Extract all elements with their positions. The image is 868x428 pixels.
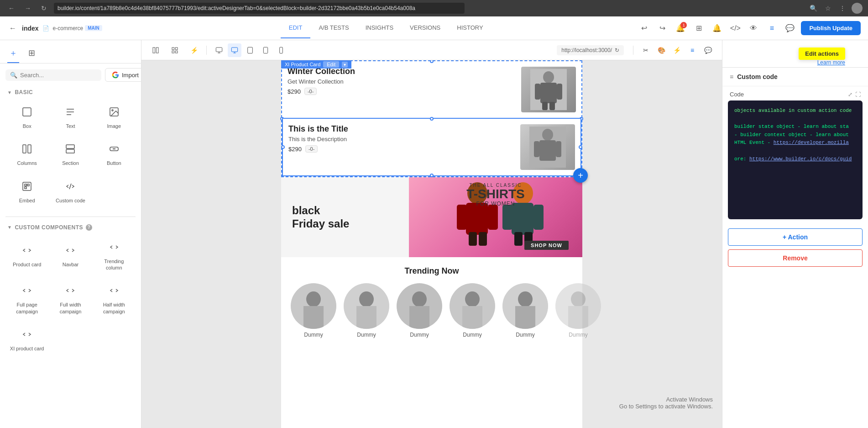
tab-insights[interactable]: INSIGHTS — [357, 18, 402, 38]
viewport-desktop[interactable] — [228, 43, 241, 57]
trending-item-5: Dummy — [500, 283, 550, 338]
preview-btn[interactable]: 👁 — [746, 21, 761, 36]
svg-point-51 — [412, 291, 427, 307]
sidebar-tab-layers[interactable]: ⊞ — [26, 44, 37, 63]
inner-top-handle[interactable] — [430, 117, 434, 121]
action-btn[interactable]: + Action — [728, 228, 863, 246]
component-xi-product-card[interactable]: XI product card — [5, 321, 48, 357]
undo-btn[interactable]: ↩ — [637, 21, 651, 36]
lightning-btn[interactable]: ⚡ — [670, 43, 684, 57]
inner-right-handle[interactable] — [579, 145, 582, 149]
svg-rect-55 — [462, 306, 482, 329]
component-half-width-campaign[interactable]: Half width campaign — [93, 277, 136, 320]
button-label: Button — [107, 160, 121, 166]
svg-point-57 — [518, 291, 533, 307]
canvas-scroll[interactable]: XI Product Card Edit ▾ WInter Collection… — [141, 60, 722, 428]
mdn-link[interactable]: https://developer.mozilla — [774, 140, 849, 145]
code-btn[interactable]: </> — [728, 21, 743, 36]
app-header: ← index 📄 e-commerce MAIN EDIT A/B TESTS… — [0, 16, 868, 40]
browser-refresh-btn[interactable]: ↻ — [38, 4, 49, 13]
component-navbar[interactable]: Navbar — [49, 233, 92, 277]
browser-bookmark-btn[interactable]: ☆ — [822, 3, 833, 14]
search-icon: 🔍 — [10, 72, 17, 79]
trending-item-3: Dummy — [394, 283, 444, 338]
custom-code-icon — [62, 178, 78, 195]
viewport-tablet[interactable] — [243, 43, 257, 57]
tab-history[interactable]: HISTORY — [449, 18, 491, 38]
svg-rect-4 — [28, 145, 31, 153]
tab-ab-tests[interactable]: A/B TESTS — [310, 18, 357, 38]
code-editor[interactable]: objects available in custom action code … — [728, 100, 863, 219]
component-trending-column[interactable]: Trending column — [93, 233, 136, 277]
style-btn[interactable]: 🎨 — [654, 43, 668, 57]
svg-rect-6 — [66, 149, 74, 153]
shop-now-btn[interactable]: SHOP NOW — [524, 241, 569, 250]
component-custom-code[interactable]: Custom code — [49, 173, 92, 209]
code-expand-btn[interactable]: ⤢ — [848, 91, 852, 98]
learn-more-link[interactable]: Learn more — [817, 59, 845, 66]
browser-forward-btn[interactable]: → — [22, 4, 34, 13]
component-image[interactable]: Image — [93, 98, 136, 135]
code-fullscreen-btn[interactable]: ⛶ — [855, 91, 861, 98]
builder-docs-link[interactable]: https://www.builder.io/c/docs/guid — [749, 156, 852, 162]
component-button[interactable]: Button — [93, 135, 136, 172]
import-btn[interactable]: Import — [105, 68, 141, 82]
component-columns[interactable]: Columns — [5, 135, 48, 172]
scissors-btn[interactable]: ✂ — [639, 43, 653, 57]
viewport-desktop-wide[interactable] — [212, 43, 226, 57]
right-panel-tooltip-area: Edit actions Learn more — [722, 40, 868, 68]
product-card-edit-btn[interactable]: Edit — [323, 61, 339, 68]
title-card-desc: This is the Description — [288, 136, 515, 143]
component-product-card[interactable]: Product card — [5, 233, 48, 277]
google-icon — [112, 71, 119, 79]
tab-versions[interactable]: VERSIONS — [402, 18, 449, 38]
component-full-width-campaign[interactable]: Full width campaign — [49, 277, 92, 320]
add-element-btn[interactable]: + — [573, 168, 588, 183]
breakpoints-btn[interactable]: ⊞ — [691, 21, 706, 36]
browser-search-btn[interactable]: 🔍 — [808, 3, 819, 14]
product-card-dropdown-btn[interactable]: ▾ — [342, 62, 348, 68]
right-panel: Edit actions Learn more ≡ Custom code Co… — [722, 40, 868, 428]
canvas-chat-btn[interactable]: 💬 — [701, 43, 715, 57]
title-card-counter: -0- — [305, 145, 318, 153]
remove-btn[interactable]: Remove — [728, 249, 863, 267]
campaign-img-area: THE ALL CLASSIC T-SHIRTS FOR WOMEN — [409, 177, 582, 257]
code-line-5: HTML Event - https://developer.mozilla — [734, 139, 856, 147]
code-header-btns: ⤢ ⛶ — [848, 91, 861, 98]
grid-btn[interactable] — [168, 43, 182, 57]
search-input[interactable] — [20, 72, 97, 79]
bell-btn[interactable]: 🔔 — [710, 21, 724, 36]
data-bind-btn[interactable]: ≡ — [685, 43, 699, 57]
tab-edit[interactable]: EDIT — [281, 18, 311, 38]
sidebar-tab-add[interactable]: ＋ — [7, 44, 19, 63]
canvas-url-bar[interactable]: http://localhost:3000/ ↻ — [557, 45, 624, 55]
header-back-btn[interactable]: ← — [7, 22, 18, 34]
svg-rect-12 — [175, 48, 178, 50]
redo-btn[interactable]: ↪ — [655, 21, 669, 36]
magic-btn[interactable]: ⚡ — [187, 43, 201, 57]
trending-img-3 — [397, 283, 442, 329]
browser-back-btn[interactable]: ← — [5, 4, 17, 13]
svg-rect-18 — [263, 47, 267, 53]
product-card-title-info: This is the Title This is the Descriptio… — [288, 124, 515, 170]
viewport-mobile[interactable] — [274, 43, 288, 57]
panel-toggle-btn[interactable] — [149, 43, 162, 57]
publish-btn[interactable]: Publish Update — [801, 21, 861, 35]
inner-bottom-handle[interactable] — [430, 174, 434, 177]
component-full-page-campaign[interactable]: Full page campaign — [5, 277, 48, 320]
browser-more-btn[interactable]: ⋮ — [837, 3, 848, 14]
code-section-header: Code ⤢ ⛶ — [722, 86, 868, 100]
component-box[interactable]: Box — [5, 98, 48, 135]
browser-url-input[interactable] — [54, 3, 465, 14]
inner-left-handle[interactable] — [281, 145, 285, 149]
viewport-mobile-lg[interactable] — [259, 43, 272, 57]
component-section[interactable]: Section — [49, 135, 92, 172]
component-text[interactable]: Text — [49, 98, 92, 135]
component-embed[interactable]: Embed — [5, 173, 48, 209]
notifications-btn[interactable]: 🔔 1 — [673, 21, 688, 36]
svg-rect-30 — [534, 141, 539, 157]
chat-btn[interactable]: 💬 — [783, 21, 797, 36]
trending-img-1 — [291, 283, 336, 329]
data-btn[interactable]: ≡ — [764, 21, 779, 36]
image-icon — [106, 104, 122, 120]
